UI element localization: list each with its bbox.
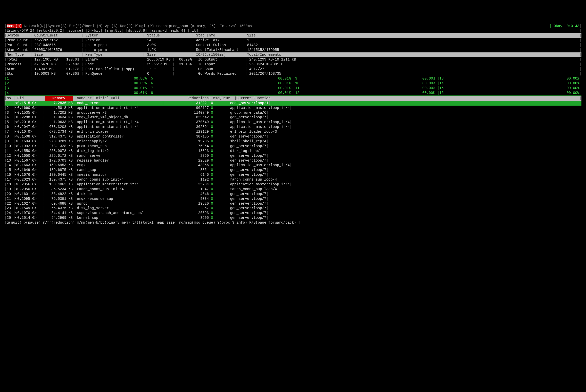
sys-header1: |System | Count/Limit | System | Status … — [5, 33, 581, 38]
proc-row-7[interactable]: |7 |<0.10.0> | 673.2734 KB |erl_prim_loa… — [5, 129, 581, 134]
proc-row-4[interactable]: |4 |<0.2288.0> | 1.0634 MB |emqx_lwm2m_x… — [5, 115, 581, 120]
proc-row-9[interactable]: |9 |<0.1604.0> | 278.3281 KB |erlang:app… — [5, 139, 581, 144]
proc-row-17[interactable]: |17 |<0.2023.0> | 139.4375 KB |ranch_con… — [5, 177, 581, 182]
scheduler-15: |1500.00% — [437, 86, 582, 91]
nav-uptime: | 0Days 0:0:43 — [543, 24, 579, 29]
proc-row-19[interactable]: |19 |<0.2050.0> | 86.5234 KB |ranch_conn… — [5, 187, 581, 192]
proc-row-23[interactable]: |23 |<0.1549.0> | 66.4375 KB |disk_log_s… — [5, 206, 581, 211]
proc-row-18[interactable]: |18 |<0.2356.0> | 139.4063 KB |applicati… — [5, 182, 581, 187]
sys-row1-0: |Proc Count | 652/2097152 | Version | 24… — [5, 38, 581, 43]
proc-row-10[interactable]: |10 |<0.1992.0> | 278.1328 KB |prometheu… — [5, 144, 581, 149]
sys-row2-3: |Ets | 10.0003 MB | 07.86% | RunQueue | … — [5, 71, 581, 76]
sys-row2-1: |Process | 47.5670 MB | 37.40% | Code | … — [5, 62, 581, 67]
erlang-info: |Erlang/OTP 24 [erts-12.0.2] [source] [6… — [5, 28, 581, 33]
scheduler-11: |1100.00% — [293, 86, 437, 91]
nav-item-2[interactable]: Ets(E)/Mnesia(M) — [69, 24, 103, 29]
proc-row-11[interactable]: |11 |<0.1550.0> | 258.0078 KB |disk_log:… — [5, 149, 581, 153]
scheduler-14: |1400.00% — [437, 81, 582, 86]
proc-header: |No | Pid Memory |Name or Initial CallRe… — [5, 96, 581, 101]
nav-item-3[interactable]: App(A) — [105, 24, 118, 29]
sys-row2-0: |Total | 127.1905 MB | 100.0% | Binary |… — [5, 57, 581, 62]
scheduler-8: |800.01% — [149, 91, 293, 95]
nav-item-4[interactable]: Doc(D) — [120, 24, 133, 29]
nav-cmd: recon:proc_count(memory, 25) Interval:15… — [156, 24, 252, 29]
proc-row-2[interactable]: |2 |<0.1660.0> | 4.5018 MB |application_… — [5, 106, 581, 110]
nav-item-5[interactable]: Plugin(P) — [135, 24, 154, 29]
scheduler-3: |300.01% — [5, 86, 149, 91]
proc-row-16[interactable]: |16 |<0.1676.0> | 139.6445 KB |mnesia_mo… — [5, 172, 581, 177]
proc-row-3[interactable]: |3 |<0.1535.0> | 1.7202 MB |group:server… — [5, 110, 581, 115]
sys-row1-2: |Atom Count | 50053/1048576 | ps -o pmem… — [5, 48, 581, 52]
sort-col-memory[interactable]: Memory — [45, 96, 73, 101]
scheduler-10: |1000.00% — [293, 81, 437, 86]
proc-row-13[interactable]: |13 |<0.1567.0> | 172.0703 KB |release_h… — [5, 158, 581, 163]
scheduler-4: |400.01% — [5, 91, 149, 95]
proc-row-6[interactable]: |6 |<0.2047.0> | 673.3203 KB |applicatio… — [5, 125, 581, 129]
sys-row2-2: |Atom | 1.4907 MB | 01.17% | Port Parall… — [5, 67, 581, 72]
scheduler-2: |200.09% — [5, 81, 149, 86]
top-nav: |Home(H)|Network(N)|System(S)|Ets(E)/Mne… — [5, 24, 581, 29]
nav-item-1[interactable]: System(S) — [48, 24, 67, 29]
scheduler-13: |1300.00% — [437, 76, 582, 81]
scheduler-7: |700.01% — [149, 86, 293, 91]
proc-row-12[interactable]: |12 |<0.1650.0> | 225.6172 KB |ranch_ser… — [5, 153, 581, 158]
sys-header2: |Mem Type | Size | Mem Type | Size | IO/… — [5, 52, 581, 57]
scheduler-9: |900.00% — [293, 76, 437, 81]
proc-row-21[interactable]: |21 |<0.2095.0> | 76.5391 KB |emqx_resou… — [5, 197, 581, 201]
proc-row-24[interactable]: |24 |<0.1970.0> | 54.4141 KB |supervisor… — [5, 211, 581, 215]
scheduler-grid: |100.86% |200.09% |300.01% |400.01% |500… — [5, 76, 581, 95]
proc-row-20[interactable]: |20 |<0.1601.0> | 86.4922 KB |disksup | … — [5, 192, 581, 197]
proc-row-22[interactable]: |22 |<0.1627.0> | 69.4688 KB |gproc | 19… — [5, 201, 581, 206]
nav-home[interactable]: Home(H) — [7, 24, 22, 29]
sys-row1-1: |Port Count | 23/1048576 | ps -o pcpu | … — [5, 43, 581, 48]
scheduler-12: |1200.00% — [293, 91, 437, 95]
proc-row-8[interactable]: |8 |<0.1508.0> | 312.4375 KB |applicatio… — [5, 134, 581, 139]
scheduler-16: |1600.00% — [437, 91, 582, 95]
scheduler-6: |600.01% — [149, 81, 293, 86]
nav-item-0[interactable]: Network(N) — [24, 24, 46, 29]
proc-row-14[interactable]: |14 |<0.1663.0> | 159.6953 KB |emqx | 43… — [5, 163, 581, 168]
proc-row-1[interactable]: |1 |<0.1515.0> | 7.2836 MB |code_server … — [5, 101, 581, 106]
proc-row-5[interactable]: |5 |<0.2018.0> | 1.0633 MB |application_… — [5, 120, 581, 125]
scheduler-5: |500.01% — [149, 76, 293, 81]
scheduler-1: |100.86% — [5, 76, 149, 81]
proc-row-15[interactable]: |15 |<0.1649.0> | 139.6875 KB |ranch_sup… — [5, 168, 581, 172]
footer-help: |q(quit) p(pause) r/rr(reduction) m/mm(m… — [5, 220, 581, 225]
proc-row-25[interactable]: |25 |<0.1514.0> | 54.2969 KB |kernel_sup… — [5, 215, 581, 220]
